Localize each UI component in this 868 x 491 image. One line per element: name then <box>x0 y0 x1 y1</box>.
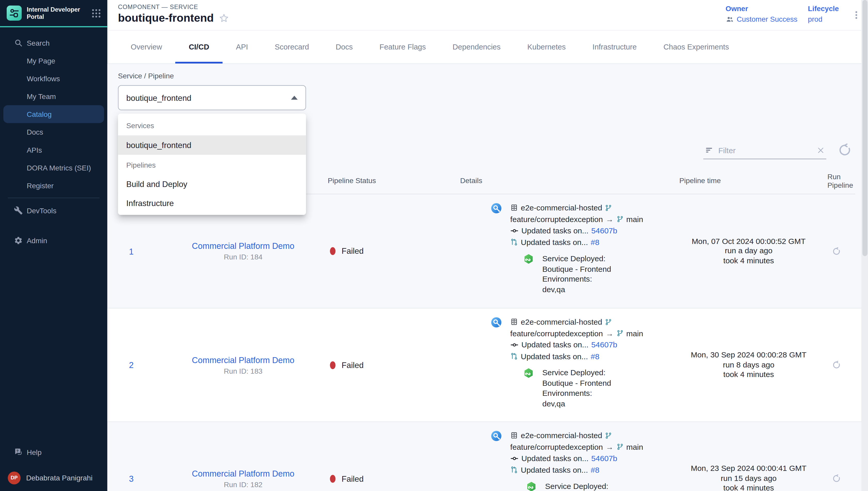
scrollbar[interactable] <box>861 0 868 491</box>
app-title: Internal Developer Portal <box>27 6 86 20</box>
page-title: boutique-frontend <box>118 11 214 25</box>
tab-ci-cd[interactable]: CI/CD <box>176 31 223 63</box>
sidebar-item-my-page[interactable]: My Page <box>0 52 107 69</box>
sidebar-item-label: Catalog <box>27 110 52 118</box>
rerun-pipeline-icon[interactable] <box>832 246 841 256</box>
tab-docs[interactable]: Docs <box>322 31 366 63</box>
commit-link[interactable]: 54607b <box>591 340 617 349</box>
pipeline-status: Failed <box>342 247 364 256</box>
repository-name: e2e-commercial-hosted <box>521 203 602 212</box>
pr-link[interactable]: #8 <box>591 352 599 361</box>
sidebar-item-devtools[interactable]: DevTools <box>0 202 107 220</box>
pull-request-icon <box>510 352 518 360</box>
source-branch: feature/corruptedexception <box>510 329 603 338</box>
rerun-pipeline-icon[interactable] <box>832 474 841 483</box>
pipeline-name-link[interactable]: Commercial Platform Demo <box>192 241 294 251</box>
pipeline-picker-label: Service / Pipeline <box>118 72 174 80</box>
tab-api[interactable]: API <box>223 31 261 63</box>
scrollbar-thumb[interactable] <box>862 0 867 256</box>
sidebar-item-search[interactable]: Search <box>0 34 107 52</box>
pr-link[interactable]: #8 <box>591 465 599 474</box>
filter-input[interactable] <box>718 146 812 155</box>
sidebar-item-label: APIs <box>27 146 42 154</box>
commit-link[interactable]: 54607b <box>591 226 617 235</box>
pipeline-name-link[interactable]: Commercial Platform Demo <box>192 355 294 365</box>
tab-label: Feature Flags <box>380 43 426 51</box>
dropdown-option-build-and-deploy[interactable]: Build and Deploy <box>118 175 306 194</box>
run-id: Run ID: 184 <box>224 253 262 261</box>
column-header-run-pipeline: RunPipeline <box>818 168 856 194</box>
rerun-pipeline-icon[interactable] <box>832 360 841 370</box>
tab-label: Dependencies <box>453 43 500 51</box>
user-menu[interactable]: DP Debabrata Panigrahi <box>0 469 107 487</box>
refresh-icon[interactable] <box>837 143 852 157</box>
sidebar-item-label: My Page <box>27 56 55 65</box>
pipeline-time-ago: run 8 days ago <box>723 360 774 370</box>
pipeline-time-date: Mon, 30 Sep 2024 00:00:28 GMT <box>691 350 807 360</box>
sidebar-item-register[interactable]: Register <box>0 176 107 194</box>
pull-request-icon <box>510 466 518 474</box>
environments-label: Environments: <box>542 274 611 284</box>
dropdown-option-infrastructure[interactable]: Infrastructure <box>118 194 306 212</box>
sidebar-item-label: My Team <box>27 92 56 100</box>
environments-value: dev,qa <box>542 398 611 409</box>
owner-link[interactable]: Customer Success <box>737 15 797 23</box>
tab-kubernetes[interactable]: Kubernetes <box>514 31 579 63</box>
git-branch-icon <box>605 204 612 211</box>
favorite-star-icon[interactable] <box>219 13 229 24</box>
git-branch-icon <box>616 443 623 451</box>
cd-module-icon <box>522 368 534 380</box>
repository-icon <box>510 318 518 326</box>
sidebar-item-admin[interactable]: Admin <box>0 232 107 249</box>
app-logo-icon <box>7 6 22 21</box>
tab-chaos-experiments[interactable]: Chaos Experiments <box>650 31 742 63</box>
owner-label: Owner <box>725 4 797 12</box>
more-options-kebab-icon[interactable] <box>851 8 861 22</box>
git-commit-icon <box>510 454 519 462</box>
pipeline-select[interactable]: boutique_frontend <box>118 85 306 110</box>
environments-value: dev,qa <box>542 284 611 294</box>
pipeline-runs-table: 1 Commercial Platform Demo Run ID: 184 F… <box>107 194 868 491</box>
sidebar-item-dora-metrics-sei[interactable]: DORA Metrics (SEI) <box>0 158 107 176</box>
tab-scorecard[interactable]: Scorecard <box>261 31 322 63</box>
clear-filter-icon[interactable] <box>817 146 825 154</box>
tab-overview[interactable]: Overview <box>118 31 176 63</box>
sidebar-item-apis[interactable]: APIs <box>0 141 107 158</box>
sidebar-item-label: DevTools <box>27 206 57 214</box>
sidebar-tools-section: DevTools <box>0 202 107 220</box>
repository-name: e2e-commercial-hosted <box>521 431 602 440</box>
tab-label: Docs <box>336 43 353 51</box>
sidebar-item-label: Docs <box>27 128 43 136</box>
deployed-service-name: Boutique - Frontend <box>542 378 611 388</box>
arrow-right-icon: → <box>606 215 613 224</box>
search-icon <box>14 38 23 48</box>
cicd-content: Service / Pipeline boutique_frontend Ser… <box>107 64 868 491</box>
dropdown-option-boutique-frontend[interactable]: boutique_frontend <box>118 136 306 155</box>
tab-feature-flags[interactable]: Feature Flags <box>366 31 439 63</box>
pipeline-name-link[interactable]: Commercial Platform Demo <box>192 468 294 478</box>
sidebar-divider <box>8 198 99 198</box>
sidebar-item-catalog[interactable]: Catalog <box>3 105 104 123</box>
pipeline-status: Failed <box>342 360 364 370</box>
run-id: Run ID: 182 <box>224 480 262 488</box>
pipeline-time-date: Mon, 23 Sep 2024 00:00:41 GMT <box>691 464 807 474</box>
arrow-right-icon: → <box>606 329 613 338</box>
sidebar-item-workflows[interactable]: Workflows <box>0 69 107 87</box>
sidebar-item-my-team[interactable]: My Team <box>0 87 107 105</box>
sidebar-header: Internal Developer Portal <box>0 0 107 26</box>
pr-link[interactable]: #8 <box>591 237 599 247</box>
tab-dependencies[interactable]: Dependencies <box>439 31 514 63</box>
pr-message: Updated tasks on... <box>521 352 588 361</box>
pipeline-time-ago: run a day ago <box>725 246 772 256</box>
pipeline-status: Failed <box>342 474 364 483</box>
pipeline-time-duration: took 4 minutes <box>723 256 774 266</box>
tab-infrastructure[interactable]: Infrastructure <box>579 31 650 63</box>
sidebar-item-help[interactable]: ? Help <box>0 443 107 461</box>
git-branch-icon <box>605 432 612 439</box>
commit-link[interactable]: 54607b <box>591 454 617 463</box>
app-switcher-grid-icon[interactable] <box>91 7 102 19</box>
user-name: Debabrata Panigrahi <box>26 473 92 482</box>
lifecycle-meta: Lifecycle prod <box>808 4 839 23</box>
sidebar-item-docs[interactable]: Docs <box>0 123 107 141</box>
pipeline-time-ago: run 15 days ago <box>721 474 777 484</box>
